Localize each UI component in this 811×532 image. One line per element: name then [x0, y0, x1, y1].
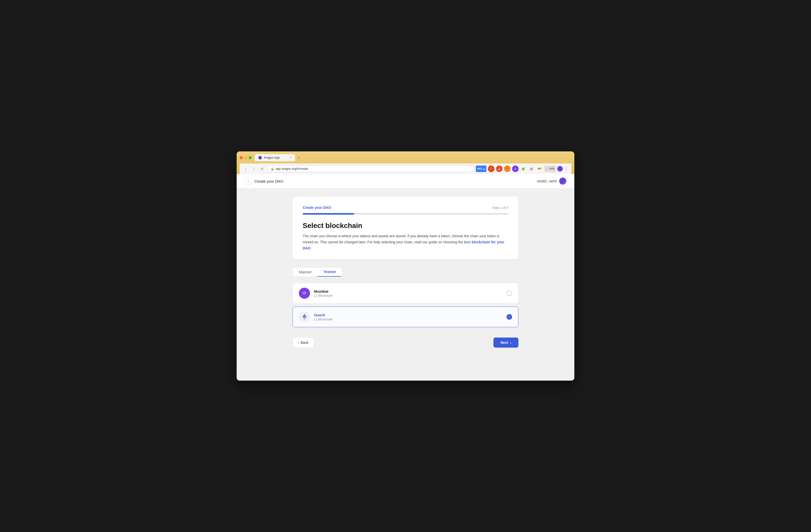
next-chevron-icon: ›	[510, 341, 511, 345]
back-nav-button[interactable]: ‹	[243, 166, 249, 172]
triangle-extension[interactable]: ▲	[496, 166, 503, 172]
browser-toolbar: ‹ › ↺ 🔒 app.aragon.org/#/create IPFS ☁ 🛡…	[240, 163, 571, 174]
app-navbar: ‹ Create your DAO 0x58D...4eF8	[236, 174, 575, 188]
svg-marker-3	[302, 314, 304, 317]
mumbai-type: L2 Blockchain	[314, 294, 503, 297]
mumbai-info: Mumbai L2 Blockchain	[314, 289, 503, 297]
section-title: Select blockchain	[303, 222, 508, 230]
goerli-radio[interactable]: ✓	[507, 314, 512, 320]
ipfs-extension[interactable]: IPFS ☁	[476, 166, 486, 172]
main-content: Create your DAO Step 1 of 4 Select block…	[285, 188, 526, 356]
url-text: app.aragon.org/#/create	[276, 167, 308, 171]
new-tab-button[interactable]: +	[295, 154, 302, 161]
active-tab[interactable]: Aragon App ×	[255, 154, 295, 161]
goerli-info: Goerli L1 Blockchain	[314, 313, 503, 321]
shield-extension[interactable]: 🛡	[488, 166, 494, 172]
blockchain-option-goerli[interactable]: Goerli L1 Blockchain ✓	[293, 307, 518, 327]
metamask-extension[interactable]: 🦊	[504, 166, 510, 172]
step-count: Step 1 of 4	[492, 206, 508, 209]
forward-nav-button[interactable]: ›	[251, 166, 257, 172]
nav-right: 0x58D...4eF8	[537, 177, 566, 185]
back-chevron-icon: ‹	[298, 341, 299, 345]
tab-close-btn[interactable]: ×	[290, 156, 292, 159]
blockchain-option-mumbai[interactable]: ⟳ Mumbai L2 Blockchain	[293, 283, 518, 303]
lock-icon: 🔒	[271, 167, 274, 171]
user-avatar[interactable]	[559, 177, 566, 185]
address-bar[interactable]: 🔒 app.aragon.org/#/create	[267, 166, 474, 172]
extension-btn[interactable]: ▤	[528, 166, 535, 172]
tab-mainnet[interactable]: Mainnet	[293, 267, 318, 277]
tab-title: Aragon App	[264, 156, 280, 159]
next-button-label: Next	[501, 341, 508, 345]
step-label: Create your DAO	[303, 206, 331, 209]
wallet-address: 0x58D...4eF8	[537, 179, 557, 183]
circle-extension[interactable]: ⊙	[512, 166, 519, 172]
section-description: The chain you choose is where your token…	[303, 233, 508, 251]
close-button[interactable]	[240, 156, 243, 159]
mumbai-radio[interactable]	[507, 291, 512, 296]
tab-testnet[interactable]: Testnet	[318, 267, 342, 277]
app-content: ‹ Create your DAO 0x58D...4eF8 Create yo…	[236, 174, 575, 381]
goerli-type: L1 Blockchain	[314, 318, 503, 321]
goerli-icon	[299, 311, 310, 323]
browser-chrome: Aragon App × + ‹ › ↺ 🔒 app.aragon.org/#/…	[236, 151, 575, 174]
titlebar: Aragon App × +	[240, 154, 571, 161]
tab-bar: Aragon App × +	[255, 154, 302, 161]
refresh-button[interactable]: ↺	[259, 166, 265, 172]
mumbai-icon: ⟳	[299, 288, 310, 299]
svg-marker-4	[304, 314, 307, 317]
window-controls	[240, 156, 252, 159]
minimize-button[interactable]	[244, 156, 247, 159]
check-icon: ✓	[508, 315, 510, 319]
progress-bar	[303, 213, 508, 215]
goerli-name: Goerli	[314, 313, 503, 317]
browser-menu[interactable]: ⋮	[564, 167, 568, 171]
step-header: Create your DAO Step 1 of 4	[303, 206, 508, 209]
network-tabs: Mainnet Testnet	[293, 267, 342, 277]
browser-window: Aragon App × + ‹ › ↺ 🔒 app.aragon.org/#/…	[236, 151, 575, 381]
wallet-extension[interactable]: 💳	[536, 166, 543, 172]
tab-favicon	[258, 156, 262, 159]
back-button-label: Back	[301, 341, 308, 345]
next-button[interactable]: Next ›	[493, 338, 518, 348]
nav-back-button[interactable]: ‹	[245, 177, 252, 185]
nav-left: ‹ Create your DAO	[245, 177, 283, 185]
back-button[interactable]: ‹ Back	[293, 337, 314, 348]
page-title: Create your DAO	[254, 179, 283, 183]
puzzle-extension[interactable]: 🧩	[520, 166, 527, 172]
step-card: Create your DAO Step 1 of 4 Select block…	[293, 197, 518, 259]
vpn-extension[interactable]: ⚡ VPN	[545, 166, 556, 172]
bottom-actions: ‹ Back Next ›	[293, 337, 518, 348]
user-avatar-ext[interactable]	[557, 166, 563, 172]
progress-fill	[303, 213, 354, 215]
maximize-button[interactable]	[249, 156, 252, 159]
mumbai-name: Mumbai	[314, 289, 503, 294]
toolbar-extensions: IPFS ☁ 🛡 ▲ 🦊 ⊙ 🧩 ▤ 💳 ⚡ VPN ⋮	[476, 166, 568, 172]
blockchain-list: ⟳ Mumbai L2 Blockchain	[293, 283, 518, 327]
